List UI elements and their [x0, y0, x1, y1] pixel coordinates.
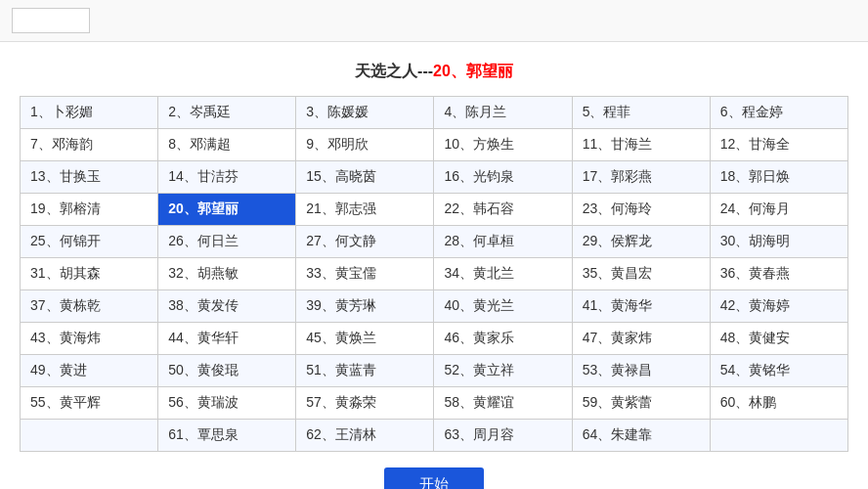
table-cell: 43、黄海炜 — [21, 323, 158, 355]
table-cell: 54、黄铭华 — [710, 355, 847, 387]
table-row: 13、甘换玉14、甘洁芬15、高晓茵16、光钧泉17、郭彩燕18、郭日焕 — [21, 161, 848, 194]
table-cell: 50、黄俊琨 — [158, 355, 296, 387]
table-cell: 14、甘洁芬 — [158, 161, 296, 194]
table-cell: 22、韩石容 — [434, 194, 572, 226]
table-cell: 12、甘海全 — [710, 129, 847, 161]
table-cell: 55、黄平辉 — [21, 387, 158, 420]
start-button[interactable]: 开始 — [384, 467, 484, 489]
table-row: 19、郭榕清20、郭望丽21、郭志强22、韩石容23、何海玲24、何海月 — [21, 194, 848, 226]
table-cell: 38、黄发传 — [158, 290, 296, 323]
table-cell: 53、黄禄昌 — [572, 355, 710, 387]
title-name: 郭望丽 — [466, 63, 513, 79]
table-cell: 8、邓满超 — [158, 129, 296, 161]
table-row: 7、邓海韵8、邓满超9、邓明欣10、方焕生11、甘海兰12、甘海全 — [21, 129, 848, 161]
table-cell: 11、甘海兰 — [572, 129, 710, 161]
table-cell: 47、黄家炜 — [572, 323, 710, 355]
table-cell: 60、林鹏 — [710, 387, 847, 420]
table-cell: 31、胡其森 — [21, 258, 158, 290]
table-cell: 41、黄海华 — [572, 290, 710, 323]
table-cell: 34、黄北兰 — [434, 258, 572, 290]
table-cell: 27、何文静 — [296, 226, 434, 258]
table-cell: 19、郭榕清 — [21, 194, 158, 226]
title-section: 天选之人---20、郭望丽 — [20, 62, 848, 82]
table-cell: 62、王清林 — [296, 420, 434, 452]
students-table: 1、卜彩媚2、岑禹廷3、陈媛媛4、陈月兰5、程菲6、程金婷7、邓海韵8、邓满超9… — [20, 96, 848, 452]
table-cell: 23、何海玲 — [572, 194, 710, 226]
title-prefix: 天选之人--- — [355, 63, 433, 79]
table-cell: 56、黄瑞波 — [158, 387, 296, 420]
table-row: 61、覃思泉62、王清林63、周月容64、朱建靠 — [21, 420, 848, 452]
table-cell: 52、黄立祥 — [434, 355, 572, 387]
table-row: 25、何锦开26、何日兰27、何文静28、何卓桓29、侯辉龙30、胡海明 — [21, 226, 848, 258]
table-cell: 16、光钧泉 — [434, 161, 572, 194]
table-cell: 6、程金婷 — [710, 97, 847, 129]
table-cell: 46、黄家乐 — [434, 323, 572, 355]
table-row: 49、黄进50、黄俊琨51、黄蓝青52、黄立祥53、黄禄昌54、黄铭华 — [21, 355, 848, 387]
table-cell: 29、侯辉龙 — [572, 226, 710, 258]
table-row: 55、黄平辉56、黄瑞波57、黄淼荣58、黄耀谊59、黄紫蕾60、林鹏 — [21, 387, 848, 420]
table-cell: 30、胡海明 — [710, 226, 847, 258]
table-cell: 42、黄海婷 — [710, 290, 847, 323]
table-cell: 32、胡燕敏 — [158, 258, 296, 290]
table-cell: 9、邓明欣 — [296, 129, 434, 161]
table-row: 1、卜彩媚2、岑禹廷3、陈媛媛4、陈月兰5、程菲6、程金婷 — [21, 97, 848, 129]
table-cell: 18、郭日焕 — [710, 161, 847, 194]
table-cell: 21、郭志强 — [296, 194, 434, 226]
table-cell: 36、黄春燕 — [710, 258, 847, 290]
table-cell: 64、朱建靠 — [572, 420, 710, 452]
table-cell: 49、黄进 — [21, 355, 158, 387]
table-cell: 61、覃思泉 — [158, 420, 296, 452]
table-cell: 39、黄芳琳 — [296, 290, 434, 323]
table-cell: 59、黄紫蕾 — [572, 387, 710, 420]
table-cell: 48、黄健安 — [710, 323, 847, 355]
table-cell: 17、郭彩燕 — [572, 161, 710, 194]
table-cell: 26、何日兰 — [158, 226, 296, 258]
table-row: 43、黄海炜44、黄华轩45、黄焕兰46、黄家乐47、黄家炜48、黄健安 — [21, 323, 848, 355]
table-cell: 13、甘换玉 — [21, 161, 158, 194]
table-cell: 35、黄昌宏 — [572, 258, 710, 290]
table-cell: 57、黄淼荣 — [296, 387, 434, 420]
table-cell: 51、黄蓝青 — [296, 355, 434, 387]
table-cell: 15、高晓茵 — [296, 161, 434, 194]
table-cell: 58、黄耀谊 — [434, 387, 572, 420]
table-cell: 10、方焕生 — [434, 129, 572, 161]
table-cell: 25、何锦开 — [21, 226, 158, 258]
table-cell: 4、陈月兰 — [434, 97, 572, 129]
class-input[interactable]: 207班 — [12, 8, 90, 33]
table-row: 31、胡其森32、胡燕敏33、黄宝儒34、黄北兰35、黄昌宏36、黄春燕 — [21, 258, 848, 290]
table-cell: 1、卜彩媚 — [21, 97, 158, 129]
table-row: 37、黄栋乾38、黄发传39、黄芳琳40、黄光兰41、黄海华42、黄海婷 — [21, 290, 848, 323]
table-cell: 24、何海月 — [710, 194, 847, 226]
table-cell: 37、黄栋乾 — [21, 290, 158, 323]
table-cell[interactable]: 20、郭望丽 — [158, 194, 296, 226]
table-cell: 44、黄华轩 — [158, 323, 296, 355]
table-cell: 40、黄光兰 — [434, 290, 572, 323]
table-cell — [710, 420, 847, 452]
table-cell — [21, 420, 158, 452]
table-cell: 3、陈媛媛 — [296, 97, 434, 129]
table-cell: 63、周月容 — [434, 420, 572, 452]
title-number: 20、 — [433, 63, 466, 79]
table-cell: 2、岑禹廷 — [158, 97, 296, 129]
table-cell: 7、邓海韵 — [21, 129, 158, 161]
table-cell: 33、黄宝儒 — [296, 258, 434, 290]
table-cell: 45、黄焕兰 — [296, 323, 434, 355]
table-cell: 5、程菲 — [572, 97, 710, 129]
table-cell: 28、何卓桓 — [434, 226, 572, 258]
